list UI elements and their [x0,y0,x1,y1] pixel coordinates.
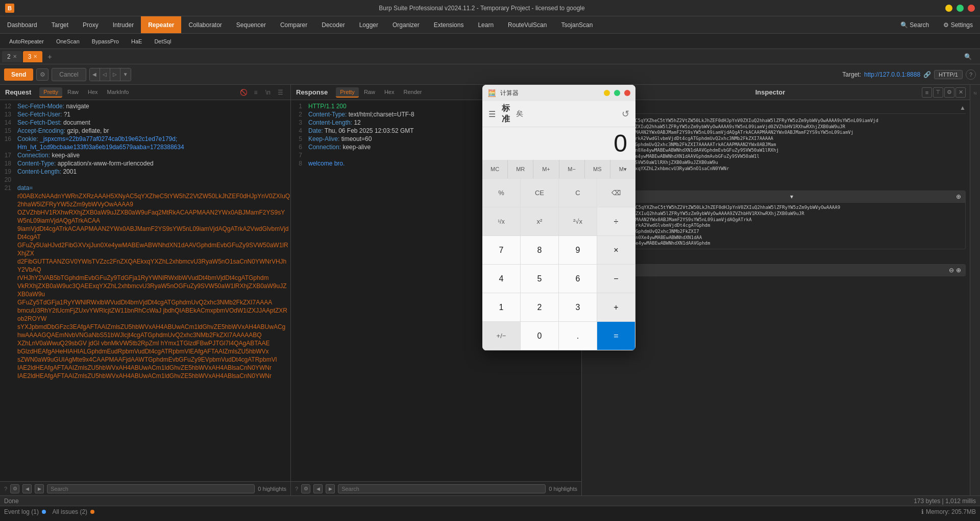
calc-6-button[interactable]: 6 [559,265,597,293]
request-tab-markinfo[interactable]: MarkInfo [103,87,133,98]
subnav-hae[interactable]: HaE [126,36,147,47]
calc-minus-button[interactable]: − [597,265,635,293]
calc-divide-button[interactable]: ÷ [597,207,635,236]
calc-0-button[interactable]: 0 [521,322,559,350]
calc-2-button[interactable]: 2 [521,293,559,322]
request-search-input[interactable] [47,484,255,493]
calc-negate-button[interactable]: +/− [482,322,521,350]
request-search-help-icon[interactable]: ? [4,486,7,492]
nav-proxy[interactable]: Proxy [76,16,106,33]
sidebar-icon-1[interactable]: N [971,89,979,97]
nav-organizer[interactable]: Organizer [385,16,427,33]
tab-search-icon[interactable]: 🔍 [962,51,974,63]
calc-9-button[interactable]: 9 [559,236,597,265]
prev-arrow[interactable]: ◀ [90,68,100,81]
calculator-maximize-button[interactable] [614,90,620,96]
request-tab-hex[interactable]: Hex [84,87,102,98]
send-button[interactable]: Send [4,68,33,81]
nav-comparer[interactable]: Comparer [273,16,314,33]
calculator-close-button[interactable] [624,90,630,96]
prev-arrow-2[interactable]: ◁ [100,68,110,81]
response-search-settings-icon[interactable]: ⚙ [301,484,310,493]
window-controls[interactable] [945,5,975,12]
calc-c-button[interactable]: C [559,179,597,207]
request-code-area[interactable]: 12 Sec-Fetch-Mode: navigate 13 Sec-Fetch… [0,100,290,481]
inspector-section-2-header[interactable]: URL encoding ▾ ⊖ ⊕ [586,265,965,276]
calc-mplus-button[interactable]: M+ [533,160,559,178]
calc-percent-button[interactable]: % [482,179,521,207]
settings-icon[interactable]: ⚙ [36,68,48,81]
inspector-section-2-add-icon[interactable]: ⊕ [956,267,961,274]
calc-backspace-button[interactable]: ⌫ [597,179,635,207]
minimize-button[interactable] [945,5,952,12]
link-icon[interactable]: 🔗 [923,71,931,78]
calculator-menu-icon[interactable]: ☰ [488,109,496,119]
calc-3-button[interactable]: 3 [559,293,597,322]
help-button[interactable]: ? [966,69,976,80]
calc-mc-button[interactable]: MC [482,160,508,178]
nav-learn[interactable]: Learn [471,16,501,33]
tab-3[interactable]: 3 ✕ [23,51,43,62]
calc-mminus-button[interactable]: M− [559,160,585,178]
response-tab-raw[interactable]: Raw [360,87,379,98]
close-button[interactable] [968,5,975,12]
calc-5-button[interactable]: 5 [521,265,559,293]
response-search-prev[interactable]: ◀ [313,484,323,493]
tab-2-close[interactable]: ✕ [13,54,17,59]
nav-logger[interactable]: Logger [352,16,385,33]
request-tab-raw[interactable]: Raw [63,87,83,98]
inspector-align-icon[interactable]: ≡ [922,87,932,98]
nav-settings[interactable]: ⚙ Settings [936,16,980,33]
nav-decoder[interactable]: Decoder [314,16,352,33]
calc-8-button[interactable]: 8 [521,236,559,265]
nav-routevulscan[interactable]: RouteVulScan [501,16,554,33]
calc-square-button[interactable]: x² [521,207,559,236]
subnav-bypasspro[interactable]: BypassPro [87,36,124,47]
request-search-next[interactable]: ▶ [35,484,44,493]
response-tab-pretty[interactable]: Pretty [336,87,359,98]
inspector-adjust-icon[interactable]: ⊤ [933,87,943,98]
nav-intruder[interactable]: Intruder [106,16,141,33]
calc-equals-button[interactable]: = [597,322,635,350]
response-search-help-icon[interactable]: ? [295,486,298,492]
response-search-next[interactable]: ▶ [326,484,335,493]
tab-add-button[interactable]: + [43,51,56,63]
subnav-detsql[interactable]: DetSql [149,36,176,47]
calc-sqrt-button[interactable]: ²√x [559,207,597,236]
calc-ce-button[interactable]: CE [521,179,559,207]
inspector-expand-icon[interactable]: ▲ [960,104,966,111]
inspector-section-1-toggle-icon[interactable]: ▾ [790,193,793,200]
calc-4-button[interactable]: 4 [482,265,521,293]
inspector-section-1-add-icon[interactable]: ⊕ [956,193,961,200]
next-arrow-2[interactable]: ▼ [120,68,131,81]
subnav-autorepeater[interactable]: AutoRepeater [4,36,49,47]
calc-plus-button[interactable]: + [597,293,635,322]
response-search-input[interactable] [338,484,546,493]
calc-1-button[interactable]: 1 [482,293,521,322]
calc-7-button[interactable]: 7 [482,236,521,265]
nav-dashboard[interactable]: Dashboard [0,16,44,33]
calculator-history-icon[interactable]: ↺ [622,108,629,120]
nav-search[interactable]: 🔍 Search [893,16,936,33]
request-more-icon[interactable]: ☰ [275,87,285,98]
cancel-button[interactable]: Cancel [52,68,86,81]
tab-2[interactable]: 2 ✕ [2,51,22,62]
inspector-gear-icon[interactable]: ⚙ [944,87,954,98]
all-issues-label[interactable]: All issues (2) [52,508,94,515]
nav-target[interactable]: Target [44,16,76,33]
calculator-minimize-button[interactable] [604,90,610,96]
nav-collaborator[interactable]: Collaborator [181,16,229,33]
request-eye-icon[interactable]: 🚫 [238,87,249,98]
request-indent-icon[interactable]: \n [263,87,273,98]
nav-sequencer[interactable]: Sequencer [229,16,273,33]
event-log-label[interactable]: Event log (1) [4,508,46,515]
next-arrow[interactable]: ▷ [110,68,120,81]
maximize-button[interactable] [957,5,964,12]
http-version-badge[interactable]: HTTP/1 [934,70,963,79]
request-tab-pretty[interactable]: Pretty [39,87,62,98]
nav-extensions[interactable]: Extensions [427,16,471,33]
response-tab-render[interactable]: Render [399,87,426,98]
inspector-section-1-header[interactable]: URL encoding ▾ ⊕ [586,191,965,202]
nav-repeater[interactable]: Repeater [141,16,181,33]
nav-tsojanscan[interactable]: TsojanScan [554,16,600,33]
